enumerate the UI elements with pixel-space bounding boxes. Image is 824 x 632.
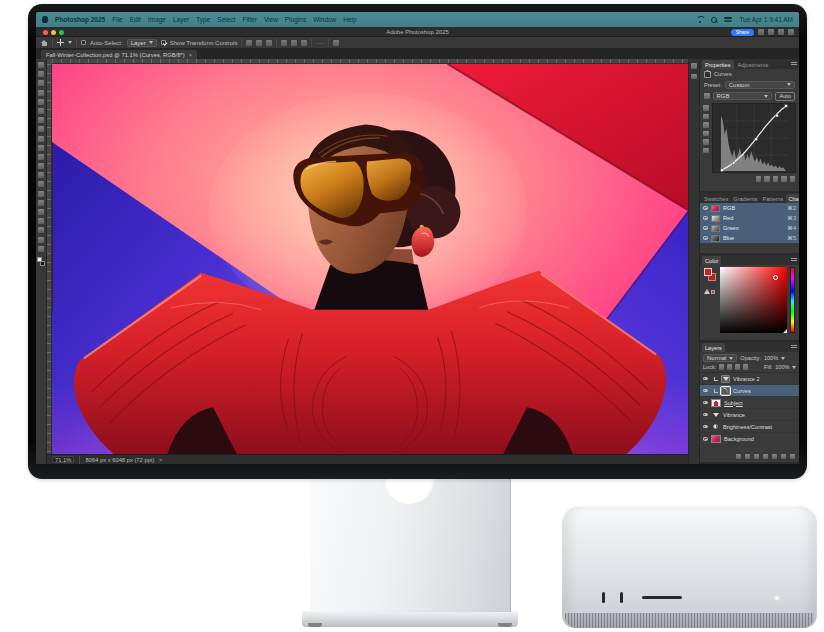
- panel-menu-icon[interactable]: [791, 258, 797, 263]
- visibility-eye-icon[interactable]: [703, 226, 708, 230]
- zoom-window-button[interactable]: [59, 30, 64, 35]
- layer-row-curves[interactable]: Curves: [700, 385, 799, 397]
- align-middle-icon[interactable]: [291, 40, 297, 46]
- auto-select-checkbox[interactable]: [81, 40, 86, 45]
- pen-tool[interactable]: [38, 200, 44, 206]
- zoom-tool[interactable]: [38, 246, 44, 252]
- layer-row-vibrance[interactable]: Vibrance: [700, 409, 799, 421]
- layer-row-subject[interactable]: Subject: [700, 397, 799, 409]
- black-point-eyedropper-icon[interactable]: [703, 122, 709, 128]
- lock-transparency-icon[interactable]: [719, 364, 725, 370]
- canvas-image[interactable]: [52, 64, 688, 454]
- clip-to-layer-icon[interactable]: [756, 176, 762, 182]
- channel-row-blue[interactable]: Blue ⌘5: [700, 233, 799, 243]
- blur-tool[interactable]: [38, 181, 44, 187]
- status-chevron-icon[interactable]: >: [159, 457, 162, 463]
- tab-layers[interactable]: Layers: [702, 343, 725, 352]
- targeted-adjustment-icon[interactable]: [704, 93, 710, 99]
- path-selection-tool[interactable]: [38, 218, 44, 224]
- layer-effects-icon[interactable]: [745, 454, 751, 460]
- menu-filter[interactable]: Filter: [242, 16, 256, 23]
- add-layer-mask-icon[interactable]: [754, 454, 760, 460]
- delete-adjustment-icon[interactable]: [790, 176, 796, 182]
- curve-pencil-tool-icon[interactable]: [703, 114, 709, 120]
- menu-image[interactable]: Image: [148, 16, 166, 23]
- app-menu[interactable]: Photoshop 2025: [55, 16, 105, 23]
- menu-plugins[interactable]: Plugins: [285, 16, 306, 23]
- layout-grid-icon[interactable]: [778, 29, 784, 35]
- type-tool[interactable]: [38, 209, 44, 215]
- apple-menu-icon[interactable]: [42, 16, 48, 23]
- eyedropper-tool[interactable]: [38, 117, 44, 123]
- layer-row-brightness-contrast[interactable]: Brightness/Contrast: [700, 421, 799, 433]
- eraser-tool[interactable]: [38, 163, 44, 169]
- menu-help[interactable]: Help: [343, 16, 356, 23]
- notifications-icon[interactable]: [758, 29, 764, 35]
- clone-stamp-tool[interactable]: [38, 145, 44, 151]
- visibility-eye-icon[interactable]: [703, 401, 708, 405]
- menu-layer[interactable]: Layer: [173, 16, 189, 23]
- smooth-curve-icon[interactable]: [703, 148, 709, 154]
- channel-row-rgb[interactable]: RGB ⌘2: [700, 203, 799, 213]
- healing-brush-tool[interactable]: [38, 126, 44, 132]
- home-screen-icon[interactable]: [41, 40, 48, 46]
- delete-layer-icon[interactable]: [790, 454, 796, 460]
- workspace-switcher-icon[interactable]: [788, 29, 794, 35]
- move-tool[interactable]: [38, 62, 44, 68]
- lasso-tool[interactable]: [38, 80, 44, 86]
- auto-button[interactable]: Auto: [775, 92, 795, 101]
- tab-patterns[interactable]: Patterns: [761, 194, 786, 203]
- tool-preset-chevron-icon[interactable]: [68, 41, 72, 44]
- curve-point-tool-icon[interactable]: [703, 105, 709, 111]
- history-brush-tool[interactable]: [38, 154, 44, 160]
- visibility-eye-icon[interactable]: [703, 377, 708, 381]
- hand-tool[interactable]: [38, 237, 44, 243]
- frame-tool[interactable]: [38, 108, 44, 114]
- gray-point-eyedropper-icon[interactable]: [703, 131, 709, 137]
- align-left-icon[interactable]: [246, 40, 252, 46]
- blend-mode-dropdown[interactable]: Normal: [703, 354, 737, 362]
- fill-chevron-icon[interactable]: [792, 366, 796, 369]
- align-bottom-icon[interactable]: [301, 40, 307, 46]
- menu-select[interactable]: Select: [217, 16, 235, 23]
- spotlight-search-icon[interactable]: [711, 17, 717, 23]
- tab-gradients[interactable]: Gradients: [731, 194, 759, 203]
- menu-edit[interactable]: Edit: [130, 16, 141, 23]
- visibility-eye-icon[interactable]: [703, 389, 708, 393]
- history-panel-icon[interactable]: [691, 63, 697, 69]
- menu-clock[interactable]: Tue Apr 1 9:41 AM: [739, 16, 793, 23]
- saturation-brightness-picker[interactable]: [720, 267, 787, 333]
- toggle-visibility-icon[interactable]: [781, 176, 787, 182]
- tab-swatches[interactable]: Swatches: [702, 194, 730, 203]
- fill-value[interactable]: 100%: [775, 364, 789, 370]
- tab-adjustments[interactable]: Adjustments: [735, 60, 772, 69]
- hue-slider[interactable]: [790, 267, 795, 333]
- menu-type[interactable]: Type: [196, 16, 210, 23]
- dodge-tool[interactable]: [38, 191, 44, 197]
- previous-state-icon[interactable]: [764, 176, 770, 182]
- quick-selection-tool[interactable]: [38, 90, 44, 96]
- menu-window[interactable]: Window: [313, 16, 336, 23]
- more-options-button[interactable]: ···: [316, 40, 324, 46]
- visibility-eye-icon[interactable]: [703, 425, 708, 429]
- visibility-eye-icon[interactable]: [703, 437, 708, 441]
- foreground-color-swatch[interactable]: [704, 268, 712, 276]
- marquee-tool[interactable]: [38, 71, 44, 77]
- crop-tool[interactable]: [38, 99, 44, 105]
- panel-menu-icon[interactable]: [791, 345, 797, 350]
- document-tab[interactable]: Fall-Winter-Collection.psd @ 71.1% (Curv…: [41, 50, 197, 59]
- gamut-color-swatch[interactable]: [711, 290, 715, 294]
- opacity-chevron-icon[interactable]: [781, 357, 785, 360]
- move-tool-icon[interactable]: [57, 39, 64, 46]
- preset-dropdown[interactable]: Custom: [725, 81, 795, 89]
- auto-select-dropdown[interactable]: Layer: [127, 39, 157, 47]
- new-layer-icon[interactable]: [781, 454, 787, 460]
- gradient-tool[interactable]: [38, 172, 44, 178]
- minimize-window-button[interactable]: [51, 30, 56, 35]
- transform-controls-checkbox[interactable]: [161, 40, 166, 45]
- opacity-value[interactable]: 100%: [764, 355, 778, 361]
- visibility-eye-icon[interactable]: [703, 206, 708, 210]
- canvas-area[interactable]: [47, 59, 688, 454]
- menu-view[interactable]: View: [264, 16, 278, 23]
- link-layers-icon[interactable]: [736, 454, 742, 460]
